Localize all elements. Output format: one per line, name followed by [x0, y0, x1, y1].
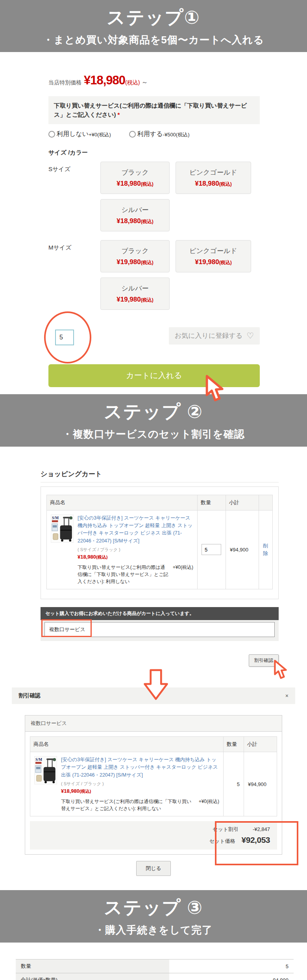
option-s-pinkgold[interactable]: ピンクゴールド ¥18,980(税込) — [176, 162, 251, 194]
product-price-tax: (税込) — [80, 789, 91, 794]
option-m-silver[interactable]: シルバー ¥19,980(税込) — [100, 278, 170, 310]
col-quantity: 数量 — [198, 495, 226, 510]
quantity-row: お気に入りに登録する ♡ — [48, 311, 260, 364]
tradein-service-box: 下取り買い替えサービス(ご利用の際は通信欄に「下取り買い替えサービス」とご記入く… — [48, 96, 260, 124]
product-variant: ( Sサイズ / ブラック ) — [61, 781, 219, 787]
step1-subtitle: ・まとめ買い対象商品を5個〜カートへ入れる — [43, 33, 264, 47]
size-m-options: ブラック ¥19,980(税込) ピンクゴールド ¥19,980(税込) シルバ… — [100, 240, 260, 310]
col-subtotal: 小計 — [244, 737, 277, 752]
option-color-label: ピンクゴールド — [189, 168, 237, 177]
product-service-text: 下取り買い替えサービス(ご利用の際は通信欄に「下取り買い替えサービス」とご記入く… — [78, 564, 169, 585]
radio-price: -¥500(税込) — [163, 131, 190, 138]
discount-modal: 割引確認 × 複数口サービス 商品名 数量 小計 S/M — [12, 687, 295, 876]
product-name-link[interactable]: [安心の3年保証付き] スーツケース キャリーケース 機内持ち込み トップオープ… — [61, 756, 219, 779]
option-m-black[interactable]: ブラック ¥19,980(税込) — [100, 240, 170, 272]
option-color-label: ブラック — [121, 246, 149, 255]
option-color-label: ピンクゴールド — [189, 246, 237, 255]
product-service-text: 下取り買い替えサービス(ご利用の際は通信欄に「下取り買い替えサービス」とご記入く… — [61, 798, 195, 812]
cart-subtotal: ¥94,900 — [226, 510, 259, 589]
step2-title: ステップ ② — [104, 400, 203, 424]
set-discount-row: セット割引 -¥2,847 — [213, 826, 270, 833]
product-service-price: +¥0(税込) — [199, 798, 219, 805]
summary-value: 5 — [169, 960, 294, 973]
size-label-s: Sサイズ — [48, 162, 100, 231]
size-s-options: ブラック ¥18,980(税込) ピンクゴールド ¥18,980(税込) シルバ… — [100, 162, 260, 231]
modal-panel: 複数口サービス 商品名 数量 小計 S/M — [25, 715, 282, 855]
svg-text:S/M: S/M — [35, 757, 42, 762]
step2-subtitle: ・複数口サービスのセット割引を確認 — [62, 427, 245, 441]
size-group-s: Sサイズ ブラック ¥18,980(税込) ピンクゴールド ¥18,980(税込… — [48, 162, 260, 231]
cursor-arrow-icon — [272, 660, 288, 680]
step1-banner: ステップ① ・まとめ買い対象商品を5個〜カートへ入れる — [0, 0, 307, 52]
set-discount-value: -¥2,847 — [245, 826, 270, 832]
option-s-silver[interactable]: シルバー ¥18,980(税込) — [100, 199, 170, 231]
favorite-button[interactable]: お気に入りに登録する ♡ — [169, 327, 260, 345]
radio-price: +¥0(税込) — [89, 131, 111, 138]
option-tax: (税込) — [141, 219, 154, 224]
heart-icon: ♡ — [246, 331, 254, 341]
option-price: ¥18,980 — [117, 180, 141, 187]
favorite-label: お気に入りに登録する — [175, 331, 242, 340]
size-label-m: Mサイズ — [48, 240, 100, 310]
col-subtotal: 小計 — [226, 495, 259, 510]
radio-circle-icon[interactable] — [129, 131, 136, 138]
tradein-service-text: 下取り買い替えサービス(ご利用の際は通信欄に「下取り買い替えサービス」とご記入く… — [54, 102, 247, 118]
summary-row-quantity: 数量 5 — [16, 960, 294, 973]
special-price-tax: (税込) — [125, 79, 140, 86]
modal-quantity: 5 — [224, 752, 244, 816]
add-to-cart-button[interactable]: カートに入れる — [48, 364, 260, 387]
modal-summary: セット割引 -¥2,847 セット価格 ¥92,053 — [30, 821, 277, 850]
modal-close-button[interactable]: 閉じる — [136, 861, 171, 876]
cart-box: 商品名 数量 小計 S/M — [41, 486, 279, 600]
step3-title: ステップ ③ — [104, 896, 203, 920]
product-cell: S/M — [34, 756, 219, 812]
set-price-label: セット価格 — [209, 838, 235, 845]
shopping-cart-heading: ショッピングカート — [41, 470, 279, 483]
option-s-black[interactable]: ブラック ¥18,980(税込) — [100, 162, 170, 194]
summary-label: 数量 — [16, 960, 169, 973]
product-service-row: 下取り買い替えサービス(ご利用の際は通信欄に「下取り買い替えサービス」とご記入く… — [61, 798, 219, 812]
set-service-row[interactable]: 複数口サービス — [44, 622, 275, 637]
product-name-link[interactable]: [安心の3年保証付き] スーツケース キャリーケース 機内持ち込み トップオープ… — [78, 514, 193, 545]
set-purchase-message-bar: セット購入でお得にお求めいただける商品がカートに入っています。 — [41, 607, 279, 620]
option-color-label: シルバー — [121, 284, 148, 293]
radio-label: 利用する — [137, 130, 163, 138]
set-discount-label: セット割引 — [213, 826, 239, 833]
radio-option-no-use[interactable]: 利用しない +¥0(税込) — [48, 130, 111, 138]
option-price: ¥18,980 — [195, 180, 219, 187]
size-color-heading: サイズ /カラー — [48, 149, 260, 157]
cart-table-header: 商品名 数量 小計 — [47, 495, 273, 510]
product-price: ¥18,980 — [78, 554, 96, 560]
radio-circle-icon[interactable] — [48, 131, 55, 138]
summary-label: 合計(単価x数量) — [16, 973, 169, 980]
discount-check-row: 割引確認 — [41, 654, 279, 665]
modal-table-header: 商品名 数量 小計 — [30, 737, 277, 752]
product-price-tax: (税込) — [96, 555, 107, 559]
delete-link[interactable]: 削除 — [263, 542, 268, 557]
add-to-cart-row: カートに入れる — [48, 364, 260, 387]
step2-content: ショッピングカート 商品名 数量 小計 S/M — [41, 470, 279, 666]
size-group-m: Mサイズ ブラック ¥19,980(税込) ピンクゴールド ¥19,980(税込… — [48, 240, 260, 310]
required-asterisk: * — [117, 111, 120, 118]
modal-panel-body: 商品名 数量 小計 S/M — [25, 732, 282, 821]
cart-quantity-input[interactable] — [202, 544, 221, 555]
step3-banner: ステップ ③ ・購入手続きをして完了 — [0, 890, 307, 943]
radio-label: 利用しない — [57, 130, 89, 138]
option-tax: (税込) — [219, 181, 232, 187]
close-icon[interactable]: × — [285, 693, 289, 699]
option-tax: (税込) — [141, 260, 154, 265]
quantity-input[interactable] — [55, 330, 74, 345]
product-service-price: +¥0(税込) — [173, 564, 193, 571]
modal-close-row: 閉じる — [12, 861, 295, 876]
modal-subtotal: ¥94,900 — [244, 752, 277, 816]
down-arrow-icon — [141, 669, 171, 701]
col-quantity: 数量 — [224, 737, 244, 752]
radio-option-use[interactable]: 利用する -¥500(税込) — [129, 130, 190, 138]
option-price: ¥19,980 — [117, 258, 141, 266]
col-actions — [259, 495, 273, 510]
modal-table: 商品名 数量 小計 S/M — [30, 736, 277, 816]
special-price-row: 当店特別価格¥18,980(税込)～ — [48, 73, 260, 88]
product-thumbnail: S/M — [51, 514, 74, 543]
set-service-area: 複数口サービス — [41, 620, 279, 641]
option-m-pinkgold[interactable]: ピンクゴールド ¥19,980(税込) — [176, 240, 251, 272]
